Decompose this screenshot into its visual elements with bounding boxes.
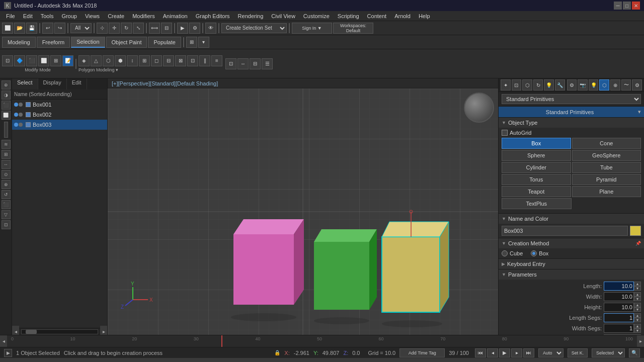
minimize-button[interactable]: ─ [614,2,622,10]
side-icon-14[interactable]: ⊡ [2,220,11,229]
tab-more-btn[interactable]: ▾ [198,37,209,48]
radio-cube[interactable]: Cube [502,250,523,256]
poly-btn12[interactable]: ≡ [211,55,222,66]
menu-modifiers[interactable]: Modifiers [128,12,159,20]
menu-create[interactable]: Create [104,12,128,20]
creation-method-header[interactable]: ▼ Creation Method 📌 [499,238,644,248]
menu-animation[interactable]: Animation [159,12,192,20]
poly-btn2[interactable]: △ [91,55,102,66]
height-down[interactable]: ▼ [634,307,641,312]
modify-icon4[interactable]: ⬜ [38,55,49,66]
poly-btn6[interactable]: ⊞ [139,55,150,66]
length-down[interactable]: ▼ [634,286,641,291]
side-icon-9[interactable]: ⊙ [2,170,11,179]
width-segs-input[interactable] [604,324,634,333]
scene-item-box001[interactable]: Box001 [12,100,107,110]
play-start-btn[interactable]: ⏮ [475,348,486,357]
scale-btn[interactable]: ⤡ [133,23,144,34]
selection-tab[interactable]: Selection [71,37,105,48]
menu-file[interactable]: File [2,12,19,20]
scroll-left-btn[interactable]: ◂ [12,326,19,335]
object-type-header[interactable]: ▼ Object Type [499,118,644,128]
radio-box-circle[interactable] [531,250,537,256]
vis-dot-2a[interactable] [14,113,18,117]
width-up[interactable]: ▲ [634,292,641,297]
select-tab[interactable]: Select [12,78,38,89]
render-btn[interactable]: ▶ [177,23,188,34]
edit-tab[interactable]: Edit [67,78,87,89]
menu-views[interactable]: Views [81,12,104,20]
maximize-button[interactable]: □ [623,2,631,10]
vis-dot-3a[interactable] [14,123,18,127]
length-input[interactable] [604,282,634,291]
poly-btn9[interactable]: ⊠ [175,55,186,66]
move-btn[interactable]: ✛ [109,23,120,34]
motion-icon[interactable]: ↻ [533,79,543,90]
create-selection-set[interactable]: Create Selection Set [221,23,287,33]
timeline-next[interactable]: ▸ [637,335,644,347]
scroll-track[interactable] [21,329,98,334]
length-up[interactable]: ▲ [634,282,641,286]
menu-rendering[interactable]: Rendering [234,12,268,20]
btn-textplus[interactable]: TextPlus [502,198,572,209]
btn-box[interactable]: Box [502,138,571,149]
poly-btn7[interactable]: ◻ [151,55,162,66]
poly-btn1[interactable]: ◈ [78,55,90,66]
hierarchy-icon[interactable]: ⬡ [522,79,532,90]
side-icon-8[interactable]: ↔ [2,160,11,169]
wsegs-down[interactable]: ▼ [634,328,641,333]
extra-btn2[interactable]: ↔ [237,58,249,69]
sign-in-btn[interactable]: Sign In ▼ [292,23,332,34]
side-icon-12[interactable]: ⬛ [2,200,11,209]
panel-light-icon[interactable]: 💡 [589,79,599,90]
play-next-btn[interactable]: ▸ [511,348,522,357]
height-up[interactable]: ▲ [634,303,641,307]
scroll-thumb[interactable] [26,330,37,334]
close-button[interactable]: ✕ [632,2,640,10]
object-paint-tab[interactable]: Object Paint [106,37,147,48]
modify-icon2[interactable]: 🔷 [14,55,25,66]
panel-helper-icon[interactable]: ⊕ [610,79,620,90]
poly-btn11[interactable]: ∥ [199,55,210,66]
extra-btn1[interactable]: ⊡ [225,58,236,69]
menu-tools[interactable]: Tools [37,12,58,20]
undo-btn[interactable]: ↩ [42,23,53,34]
selected-select[interactable]: Selected [592,348,625,357]
side-icon-2[interactable]: ◑ [2,90,11,100]
vis-dot-3b[interactable] [19,123,23,127]
btn-torus[interactable]: Torus [502,174,571,185]
viewport[interactable]: [+][Perspective][Standard][Default Shadi… [108,78,498,335]
scene-item-box002[interactable]: Box002 [12,110,107,120]
primitives-select[interactable]: Standard Primitives [502,94,641,104]
timeline-prev[interactable]: ◂ [0,335,7,347]
side-icon-1[interactable]: ⊕ [2,80,11,89]
btn-cone[interactable]: Cone [572,138,641,149]
menu-group[interactable]: Group [57,12,81,20]
vis-dot-1a[interactable] [14,103,18,107]
poly-btn8[interactable]: ⊟ [163,55,174,66]
btn-pyramid[interactable]: Pyramid [572,174,641,185]
extra-btn3[interactable]: ⊟ [250,58,261,69]
btn-cylinder[interactable]: Cylinder [502,162,571,173]
menu-scripting[interactable]: Scripting [334,12,363,20]
side-icon-5[interactable] [4,122,8,138]
radio-cube-circle[interactable] [502,250,508,256]
menu-help[interactable]: Help [415,12,434,20]
workspaces-btn[interactable]: Workspaces: Default [333,23,373,34]
poly-btn4[interactable]: ⬢ [115,55,126,66]
length-segs-input[interactable] [604,313,634,322]
vis-dot-1b[interactable] [19,103,23,107]
radio-box[interactable]: Box [531,250,548,256]
mirror-btn[interactable]: ⟺ [149,23,160,34]
modify-icon1[interactable]: ⊡ [2,55,13,66]
viewport-nav[interactable] [464,93,494,123]
create-icon[interactable]: ✦ [501,79,511,90]
scene-item-box003[interactable]: Box003 [12,120,107,130]
select-btn[interactable]: ⊹ [97,23,108,34]
side-icon-11[interactable]: ↺ [2,190,11,199]
timeline-playhead[interactable] [221,335,222,347]
menu-civil-view[interactable]: Civil View [267,12,299,20]
display-tab[interactable]: Display [38,78,67,89]
nav-sphere[interactable] [464,93,494,123]
side-icon-10[interactable]: ⊕ [2,180,11,189]
